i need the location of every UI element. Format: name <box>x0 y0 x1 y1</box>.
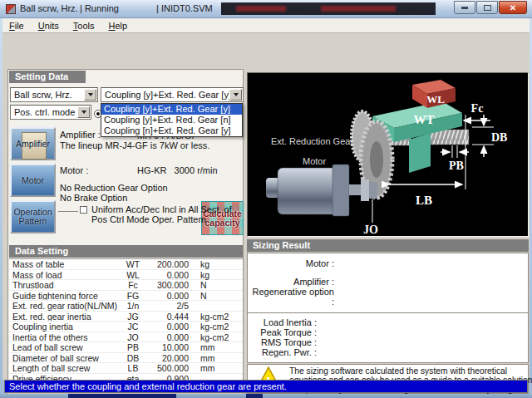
coupling-dropdown-list: Coupling [y]+Ext. Red. Gear [y]Coupling … <box>101 103 243 137</box>
menu-item[interactable]: Units <box>32 19 66 32</box>
row-unit: mm <box>189 342 235 352</box>
amplifier-button[interactable]: Amplifier <box>10 127 56 160</box>
table-row[interactable]: Guide tightening force FG 0.000 N <box>9 291 243 302</box>
row-value: 0.444 <box>147 312 189 322</box>
row-unit: kg-cm2 <box>189 312 235 322</box>
result-label: RMS Torque : <box>248 337 317 347</box>
table-row[interactable]: Ext. red. gear ratio(NL/NM) 1/n 2/5 <box>9 301 243 312</box>
close-button[interactable]: ✕ <box>499 1 527 14</box>
mechanism-diagram: Ext. Reduction Gear Motor WL WT <box>247 72 529 237</box>
table-row[interactable]: Diameter of ball screw DB 20.000 mm <box>9 353 243 364</box>
row-label: Ext. red. gear inertia <box>9 312 119 322</box>
pb-label: PB <box>449 160 464 172</box>
row-value: 2/5 <box>147 301 189 311</box>
table-row[interactable]: Length of ball screw LB 500.000 mm <box>9 363 243 374</box>
uniform-checkbox-label: Pos Ctrl Mode Oper. Pattern <box>91 214 206 224</box>
table-row[interactable]: Coupling inertia JC 0.000 kg-cm2 <box>9 322 243 332</box>
fc-label: Fc <box>471 102 484 115</box>
row-label: Thrustload <box>9 280 119 290</box>
no-reduction-gear-note: No Reduction Gear Option <box>60 183 168 193</box>
app-window: Ball scrw, Hrz. | Running | INIDT0.SVM ✕… <box>0 0 532 398</box>
row-value: 0.000 <box>147 270 189 280</box>
row-label: Lead of ball screw <box>9 342 119 352</box>
coupling-value: Coupling [y]+Ext. Red. Gear [y] <box>105 90 231 100</box>
sizing-result-header: Sizing Result <box>247 239 529 252</box>
motor-flange <box>332 165 349 216</box>
row-unit: kg <box>189 270 235 280</box>
row-symbol: Fc <box>119 280 147 290</box>
chevron-down-icon <box>234 93 239 96</box>
result-label: Regen. Pwr. : <box>248 347 317 357</box>
window-title: Ball scrw, Hrz. <box>20 3 78 13</box>
result-label: Regenerative option : <box>248 287 334 307</box>
dropdown-arrow-button[interactable] <box>229 89 242 101</box>
coupling-dropdown[interactable]: Coupling [y]+Ext. Red. Gear [y] <box>101 87 244 102</box>
coupling-front <box>361 179 369 201</box>
row-symbol: 1/n <box>119 301 147 311</box>
row-symbol: PB <box>119 342 147 352</box>
table-row[interactable]: Thrustload Fc 300.000 N <box>9 280 243 291</box>
dropdown-option[interactable]: Coupling [n]+Ext. Red. Gear [y] <box>101 125 242 136</box>
row-unit: N <box>189 291 235 301</box>
ball-screw-illustration: Ext. Reduction Gear Motor WL WT <box>248 73 528 236</box>
row-symbol: JO <box>119 332 147 342</box>
table-row[interactable]: Mass of load WL 0.000 kg <box>9 270 243 281</box>
row-value: 300.000 <box>147 280 189 290</box>
redacted-watermark <box>221 2 436 15</box>
table-row[interactable]: Ext. red. gear inertia JG 0.444 kg-cm2 <box>9 312 243 322</box>
content-area: Setting Data Ball scrw, Hrz. Coupling [y… <box>2 33 530 380</box>
row-value: 500.000 <box>147 363 189 373</box>
dropdown-arrow-button[interactable] <box>77 106 90 118</box>
row-unit <box>189 301 235 311</box>
table-row[interactable]: Lead of ball screw PB 10.000 mm <box>9 342 243 353</box>
dropdown-arrow-button[interactable] <box>84 89 96 101</box>
db-label: DB <box>491 131 507 144</box>
row-symbol: JC <box>119 322 147 332</box>
chevron-down-icon <box>88 93 93 96</box>
app-icon <box>6 4 16 14</box>
row-value: 0.000 <box>147 332 189 342</box>
table-row[interactable]: Mass of table WT 200.000 kg <box>9 259 243 270</box>
control-mode-value: Pos. ctrl. mode <box>14 107 75 117</box>
row-value: 10.000 <box>147 342 189 352</box>
menu-item[interactable]: Tools <box>66 19 102 32</box>
maximize-icon <box>484 5 491 11</box>
row-unit: mm <box>189 353 235 363</box>
uniform-accdec-checkbox[interactable] <box>80 206 87 214</box>
setting-panel: Setting Data Ball scrw, Hrz. Coupling [y… <box>7 69 244 398</box>
amplifier-label: Amplifier : <box>60 130 101 140</box>
table-column <box>409 133 431 173</box>
motor-shaft <box>349 184 362 195</box>
result-label: Load Inertia : <box>248 317 317 327</box>
menu-item[interactable]: File <box>2 19 32 32</box>
minimize-button[interactable] <box>454 1 475 14</box>
table-row[interactable]: Inertia of the others JO 0.000 kg-cm2 <box>9 332 243 343</box>
motor-label: Motor : <box>60 165 88 175</box>
data-setting-header: Data Setting <box>9 245 243 258</box>
dropdown-option[interactable]: Coupling [y]+Ext. Red. Gear [n] <box>101 115 242 125</box>
dropdown-option[interactable]: Coupling [y]+Ext. Red. Gear [y] <box>101 104 242 115</box>
motor-button[interactable]: Motor <box>10 164 56 197</box>
maximize-button[interactable] <box>476 1 498 14</box>
result-label: Motor : <box>248 258 334 268</box>
row-symbol: FG <box>119 291 147 301</box>
motor-body <box>278 168 337 214</box>
menu-item[interactable]: Help <box>102 19 135 32</box>
uniform-checkbox-label: Uniform Acc/Dec Incl in All Sect. of <box>91 204 232 214</box>
connector-line <box>58 211 78 212</box>
row-symbol: JG <box>119 312 147 322</box>
control-mode-dropdown[interactable]: Pos. ctrl. mode <box>10 105 91 120</box>
desktop-strip <box>0 394 532 398</box>
row-unit: kg <box>189 259 235 269</box>
row-label: Diameter of ball screw <box>9 353 119 363</box>
chevron-down-icon <box>81 111 86 114</box>
row-symbol: WL <box>119 270 147 280</box>
mechanism-dropdown[interactable]: Ball scrw, Hrz. <box>10 87 98 102</box>
title-bar[interactable]: Ball scrw, Hrz. | Running | INIDT0.SVM ✕ <box>0 0 532 18</box>
divider <box>248 312 528 313</box>
operation-pattern-button[interactable]: Operation Pattern <box>10 200 56 233</box>
lb-label: LB <box>416 194 432 207</box>
row-unit: mm <box>189 363 235 373</box>
coupling-back <box>369 182 377 199</box>
row-label: Guide tightening force <box>9 291 119 301</box>
